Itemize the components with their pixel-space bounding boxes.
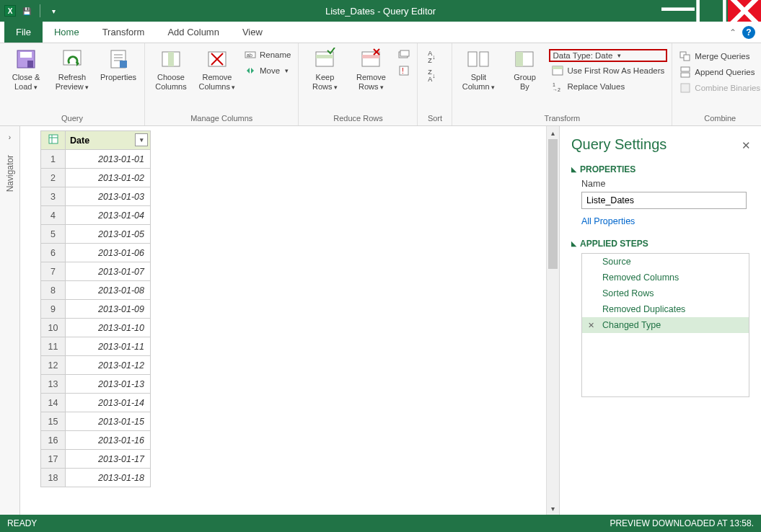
row-number[interactable]: 8 [41,281,66,300]
move-button[interactable]: Move▾ [242,63,294,78]
applied-step[interactable]: Removed Columns [582,270,749,285]
close-load-button[interactable]: Close & Load [4,46,48,92]
row-number[interactable]: 18 [41,469,66,487]
merge-queries-button[interactable]: Merge Queries [677,49,761,63]
row-number[interactable]: 16 [41,431,66,450]
date-cell[interactable]: 2013-01-04 [66,206,151,225]
data-type-dropdown[interactable]: Data Type: Date▾ [549,49,667,62]
sort-desc-button[interactable]: ZA↓ [423,68,439,84]
tab-transform[interactable]: Transform [91,22,157,42]
date-cell[interactable]: 2013-01-16 [66,431,151,450]
row-number[interactable]: 3 [41,187,66,206]
navigator-expand-icon[interactable]: › [9,133,11,141]
remove-duplicates-button[interactable] [395,48,413,62]
qat-save-icon[interactable]: 💾 [20,4,33,17]
date-cell[interactable]: 2013-01-12 [66,356,151,375]
date-cell[interactable]: 2013-01-11 [66,337,151,356]
row-number[interactable]: 5 [41,225,66,244]
applied-steps-header[interactable]: APPLIED STEPS [571,239,754,249]
delete-step-icon[interactable]: ✕ [588,321,594,330]
scroll-down-button[interactable]: ▾ [547,502,559,515]
table-row[interactable]: 32013-01-03 [41,187,151,206]
scroll-track[interactable] [547,139,559,502]
first-row-headers-button[interactable]: Use First Row As Headers [549,63,667,78]
remove-columns-button[interactable]: Remove Columns [195,46,239,92]
row-number[interactable]: 10 [41,319,66,337]
group-by-button[interactable]: Group By [503,46,546,92]
close-button[interactable] [728,0,761,22]
collapse-ribbon-icon[interactable]: ⌃ [729,27,736,37]
date-cell[interactable]: 2013-01-17 [66,450,151,469]
choose-columns-button[interactable]: Choose Columns [149,46,193,92]
replace-values-button[interactable]: 1→2 Replace Values [549,79,667,94]
row-number[interactable]: 4 [41,206,66,225]
applied-step[interactable]: ✕Changed Type [582,317,749,333]
query-name-input[interactable] [581,192,747,209]
tab-add-column[interactable]: Add Column [156,22,231,42]
qat-dropdown-icon[interactable]: ▾ [47,4,60,17]
date-cell[interactable]: 2013-01-15 [66,412,151,431]
table-row[interactable]: 142013-01-14 [41,394,151,412]
table-row[interactable]: 42013-01-04 [41,206,151,225]
table-row[interactable]: 182013-01-18 [41,469,151,487]
tab-home[interactable]: Home [43,22,91,42]
table-row[interactable]: 12013-01-01 [41,150,151,169]
applied-step[interactable]: Removed Duplicates [582,301,749,317]
rename-button[interactable]: ab Rename [242,48,294,62]
properties-button[interactable]: Properties [97,46,140,84]
row-number[interactable]: 13 [41,375,66,394]
maximize-button[interactable] [695,0,728,22]
split-column-button[interactable]: Split Column [457,46,500,92]
table-row[interactable]: 52013-01-05 [41,225,151,244]
table-row[interactable]: 102013-01-10 [41,319,151,337]
all-properties-link[interactable]: All Properties [581,216,635,226]
vertical-scrollbar[interactable]: ▴ ▾ [546,126,559,515]
date-cell[interactable]: 2013-01-18 [66,469,151,487]
date-cell[interactable]: 2013-01-06 [66,244,151,262]
table-row[interactable]: 92013-01-09 [41,300,151,319]
date-cell[interactable]: 2013-01-13 [66,375,151,394]
keep-rows-button[interactable]: Keep Rows [303,46,346,92]
table-row[interactable]: 112013-01-11 [41,337,151,356]
properties-section-header[interactable]: PROPERTIES [571,164,754,174]
date-cell[interactable]: 2013-01-08 [66,281,151,300]
date-cell[interactable]: 2013-01-09 [66,300,151,319]
row-number[interactable]: 1 [41,150,66,169]
column-header-date[interactable]: Date ▾ [66,131,151,150]
help-icon[interactable]: ? [742,26,755,39]
remove-rows-button[interactable]: Remove Rows [349,46,392,92]
table-row[interactable]: 62013-01-06 [41,244,151,262]
table-row[interactable]: 82013-01-08 [41,281,151,300]
date-cell[interactable]: 2013-01-10 [66,319,151,337]
date-cell[interactable]: 2013-01-14 [66,394,151,412]
sort-asc-button[interactable]: AZ↓ [423,49,439,65]
row-number[interactable]: 14 [41,394,66,412]
date-cell[interactable]: 2013-01-02 [66,169,151,187]
date-cell[interactable]: 2013-01-01 [66,150,151,169]
date-cell[interactable]: 2013-01-05 [66,225,151,244]
row-number[interactable]: 17 [41,450,66,469]
row-number[interactable]: 7 [41,262,66,281]
row-number[interactable]: 11 [41,337,66,356]
table-row[interactable]: 172013-01-17 [41,450,151,469]
refresh-preview-button[interactable]: Refresh Preview [50,46,94,92]
minimize-button[interactable] [661,0,695,22]
navigator-pane-collapsed[interactable]: › Navigator [0,126,20,515]
table-row[interactable]: 152013-01-15 [41,412,151,431]
close-settings-icon[interactable]: ✕ [742,139,751,152]
row-number[interactable]: 9 [41,300,66,319]
date-cell[interactable]: 2013-01-03 [66,187,151,206]
row-number[interactable]: 15 [41,412,66,431]
row-number[interactable]: 12 [41,356,66,375]
tab-view[interactable]: View [231,22,274,42]
table-row[interactable]: 72013-01-07 [41,262,151,281]
applied-step[interactable]: Sorted Rows [582,285,749,301]
table-row[interactable]: 22013-01-02 [41,169,151,187]
table-row[interactable]: 162013-01-16 [41,431,151,450]
append-queries-button[interactable]: Append Queries [677,65,761,79]
scroll-up-button[interactable]: ▴ [547,126,559,139]
tab-file[interactable]: File [4,22,43,43]
table-row[interactable]: 132013-01-13 [41,375,151,394]
row-number[interactable]: 2 [41,169,66,187]
table-row[interactable]: 122013-01-12 [41,356,151,375]
